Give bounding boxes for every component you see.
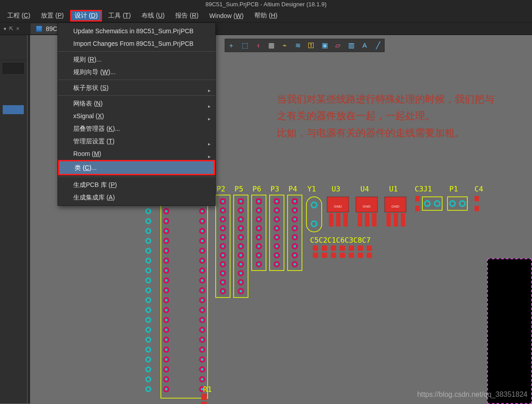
svg-point-25 [201,249,204,252]
panel-pin-icon[interactable]: ⇱ [9,26,13,32]
svg-point-159 [256,216,262,222]
menu-tools[interactable]: 工具 (T) [104,10,135,22]
menu-item[interactable]: 类 (C)... [59,161,214,174]
svg-rect-223 [372,213,377,226]
svg-point-63 [165,348,168,351]
svg-rect-234 [415,206,420,211]
text-icon[interactable]: A [361,42,368,49]
menu-item[interactable]: 生成集成库 (A) [58,191,215,204]
title-bar: 89C51_Sum.PrjPCB - Altium Designer (18.1… [0,0,532,9]
svg-point-150 [238,288,244,294]
menu-item[interactable]: 板子形状 (S) [58,81,215,94]
menu-item[interactable]: 层叠管理器 (K)... [58,122,215,135]
svg-rect-217 [343,213,348,226]
key-icon[interactable]: ⚿ [308,42,315,49]
menu-place[interactable]: 放置 (P) [36,10,68,22]
svg-rect-252 [367,245,372,251]
svg-point-45 [201,299,204,302]
svg-rect-238 [474,196,479,201]
image-icon[interactable]: ▣ [321,42,328,49]
menu-item[interactable]: 规则 (R)... [58,53,215,66]
svg-point-89 [146,268,151,273]
svg-point-174 [274,198,280,204]
svg-point-22 [163,248,169,254]
menu-help[interactable]: 帮助 (H) [250,10,282,22]
menu-reports[interactable]: 报告 (R) [171,10,203,22]
svg-point-156 [257,200,260,203]
pcb-toolbar: ＋⬚⫞▦⌁≋⚿▣▱▥A╱ [225,39,385,52]
svg-point-151 [239,290,242,293]
menu-project[interactable]: 工程 (C) [3,10,35,22]
svg-rect-246 [340,245,345,251]
svg-point-36 [199,277,205,284]
menu-window[interactable]: Window (W) [205,10,248,21]
select-icon[interactable]: ⬚ [241,42,248,49]
svg-rect-250 [358,245,363,251]
designator-j1: J1 [423,185,432,193]
svg-point-124 [222,281,224,284]
svg-point-44 [199,297,205,303]
svg-point-126 [222,290,224,293]
room-rectangle[interactable] [487,258,532,404]
svg-point-236 [450,201,455,206]
svg-point-121 [220,270,226,276]
svg-rect-242 [322,245,327,251]
svg-rect-239 [474,206,479,211]
plus-icon[interactable]: ＋ [228,42,235,49]
svg-point-144 [238,261,244,267]
chart-icon[interactable]: ▥ [348,42,355,49]
svg-point-10 [163,218,169,224]
svg-point-54 [163,327,169,333]
menu-route[interactable]: 布线 (U) [137,10,169,22]
line-icon[interactable]: ╱ [374,42,381,49]
svg-point-38 [163,287,169,293]
menu-item[interactable]: 规则向导 (W)... [58,66,215,78]
menu-item[interactable]: xSignal (X) [58,110,215,122]
panel-combo[interactable] [3,63,24,74]
svg-point-147 [239,272,242,275]
panel-dropdown-icon[interactable]: ▾ [4,26,6,32]
svg-point-81 [201,388,204,391]
svg-point-97 [146,347,151,352]
svg-point-55 [165,329,168,331]
menu-design[interactable]: 设计 (D) [70,10,102,22]
slash-icon[interactable]: ▱ [334,42,341,49]
svg-point-158 [257,209,260,212]
svg-point-182 [274,234,280,240]
grid-icon[interactable]: ▦ [268,42,275,49]
svg-point-29 [201,259,204,262]
svg-point-21 [201,240,204,242]
svg-point-125 [220,288,226,294]
panel-selected-row[interactable] [3,105,24,114]
menu-item[interactable]: Import Changes From 89C51_Sum.PrjPCB [58,37,215,50]
align-icon[interactable]: ⫞ [254,42,262,49]
svg-point-107 [220,207,226,213]
svg-text:P4: P4 [288,185,297,193]
svg-point-9 [201,210,204,213]
designator-c3: C3 [415,185,423,193]
route-icon[interactable]: ⌁ [281,42,288,49]
svg-point-88 [146,258,151,263]
svg-point-87 [146,249,151,253]
svg-point-177 [275,209,278,212]
panel-close-icon[interactable]: × [16,26,19,32]
svg-point-96 [146,337,151,342]
svg-rect-225 [385,197,406,212]
svg-point-79 [165,388,168,391]
svg-point-195 [292,207,298,213]
svg-point-148 [238,279,244,285]
svg-point-98 [146,357,151,362]
svg-point-23 [165,249,168,252]
menu-item[interactable]: 网络表 (N) [58,97,215,110]
menu-item[interactable]: 生成PCB 库 (P) [58,178,215,191]
svg-rect-249 [349,253,354,258]
svg-point-58 [163,337,169,343]
menu-item[interactable]: Update Schematics in 89C51_Sum.PrjPCB [58,25,215,37]
menu-item[interactable]: 管理层设置 (T) [58,135,215,147]
diff-icon[interactable]: ≋ [294,42,301,49]
svg-point-184 [274,243,280,249]
menu-item[interactable]: Room (M) [58,147,215,160]
svg-point-8 [199,208,205,214]
svg-point-155 [256,198,262,204]
panel-splitter[interactable] [27,35,30,404]
